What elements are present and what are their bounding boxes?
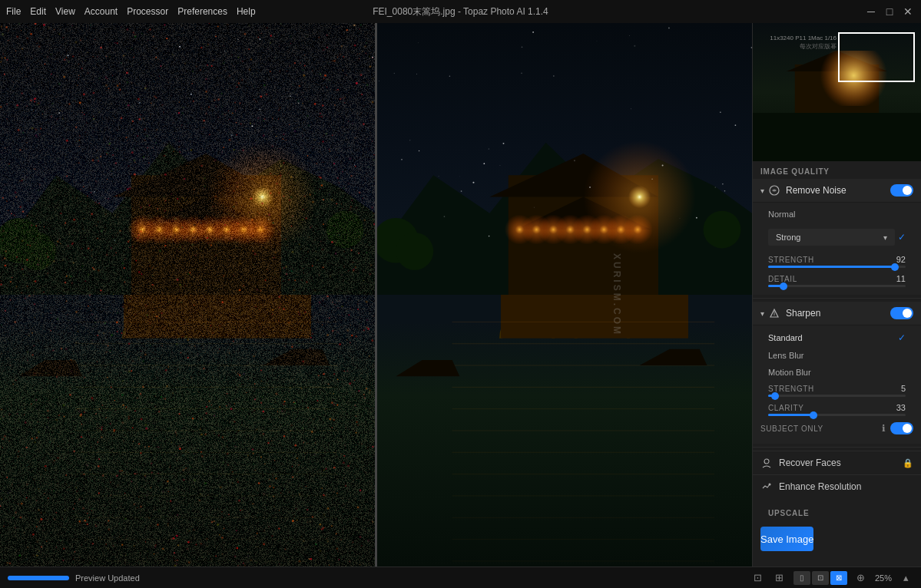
- enhance-resolution-row[interactable]: Enhance Resolution: [753, 474, 921, 498]
- recover-faces-label: Recover Faces: [779, 458, 903, 468]
- menu-processor[interactable]: Processor: [127, 6, 168, 17]
- subject-only-row: SUBJECT ONLY ℹ: [760, 419, 913, 439]
- view-toggle: ▯ ⊡ ⊠: [793, 571, 847, 585]
- detail-slider[interactable]: [768, 285, 906, 287]
- strength-thumb[interactable]: [891, 263, 899, 271]
- progress-bar: [8, 576, 69, 580]
- sharpen-toggle[interactable]: [890, 307, 913, 319]
- clarity-slider[interactable]: [768, 414, 906, 416]
- divider-1: [753, 298, 921, 299]
- model-normal[interactable]: Normal: [760, 206, 913, 223]
- sharpen-sub: Standard ✓ Lens Blur Motion Blur STRENGT…: [753, 325, 921, 444]
- remove-noise-toggle[interactable]: [890, 184, 913, 197]
- window-controls: ─ □ ✕: [864, 5, 915, 18]
- remove-noise-label: Remove Noise: [786, 185, 890, 196]
- single-view-btn[interactable]: ▯: [793, 571, 810, 585]
- expand-icon[interactable]: ▴: [898, 570, 913, 586]
- menu-preferences[interactable]: Preferences: [177, 6, 227, 17]
- menu-bar: File Edit View Account Processor Prefere…: [6, 6, 256, 17]
- clarity-slider-row: CLARITY 33: [760, 400, 913, 419]
- after-image: [377, 23, 752, 567]
- fit-icon[interactable]: ⊡: [750, 570, 766, 586]
- status-text: Preview Updated: [75, 573, 140, 583]
- statusbar: Preview Updated ⊡ ⊞ ▯ ⊡ ⊠ ⊕ 25% ▴: [0, 567, 921, 588]
- titlebar: File Edit View Account Processor Prefere…: [0, 0, 921, 23]
- before-panel: [0, 23, 375, 567]
- svg-point-3: [764, 459, 769, 464]
- menu-edit[interactable]: Edit: [30, 6, 46, 17]
- right-panel: 11x3240 P11 1Mac 1/16 每次对应版幂 IMAGE QUALI…: [752, 23, 921, 567]
- sharpen-lens-blur[interactable]: Lens Blur: [760, 347, 913, 364]
- split-view-btn[interactable]: ⊠: [830, 571, 847, 585]
- upscale-section: UPSCALE: [753, 498, 921, 520]
- strength-slider-row: STRENGTH 92: [760, 252, 913, 271]
- strength-fill: [768, 266, 895, 268]
- subject-only-label: SUBJECT ONLY: [760, 424, 882, 433]
- detail-slider-row: DETAIL 11: [760, 271, 913, 290]
- clarity-fill: [768, 414, 813, 416]
- compare-view-btn[interactable]: ⊡: [812, 571, 829, 585]
- clarity-thumb[interactable]: [810, 411, 817, 419]
- close-button[interactable]: ✕: [901, 5, 915, 18]
- main-container: XURISM.COM 11x3240 P11 1Mac 1/16 每次对应版幂 …: [0, 23, 921, 567]
- lock-icon: 🔒: [903, 458, 913, 468]
- sharpen-motion-blur[interactable]: Motion Blur: [760, 364, 913, 381]
- divider-2: [753, 447, 921, 448]
- enhance-resolution-icon: [760, 481, 773, 493]
- maximize-button[interactable]: □: [883, 5, 896, 18]
- remove-noise-row: ▾ Remove Noise: [753, 179, 921, 203]
- panel-content: IMAGE QUALITY ▾ Remove Noise Normal: [753, 161, 921, 567]
- sharpen-label: Sharpen: [786, 308, 890, 319]
- sharpen-strength-thumb[interactable]: [771, 392, 779, 400]
- sharpen-strength-row: STRENGTH 5: [760, 381, 913, 400]
- zoom-icon: ⊕: [853, 570, 869, 586]
- detail-thumb[interactable]: [780, 282, 787, 290]
- enhance-resolution-label: Enhance Resolution: [779, 481, 913, 492]
- image-area: XURISM.COM: [0, 23, 752, 567]
- actual-size-icon[interactable]: ⊞: [772, 570, 787, 586]
- zoom-level: 25%: [875, 573, 892, 583]
- image-quality-header: IMAGE QUALITY: [753, 161, 921, 179]
- remove-noise-sub: Normal Strong ▾ ✓ STRENGTH 92: [753, 203, 921, 295]
- save-button[interactable]: Save Image: [760, 527, 813, 551]
- before-image: [0, 23, 375, 567]
- subject-only-info-icon: ℹ: [882, 423, 886, 434]
- sharpen-chevron[interactable]: ▾: [760, 309, 764, 318]
- svg-point-4: [769, 484, 771, 486]
- sharpen-strength-slider[interactable]: [768, 395, 906, 397]
- recover-faces-icon: [760, 457, 773, 469]
- minimize-button[interactable]: ─: [864, 5, 878, 18]
- statusbar-right: ⊡ ⊞ ▯ ⊡ ⊠ ⊕ 25% ▴: [750, 570, 913, 586]
- upscale-header: UPSCALE: [760, 503, 913, 520]
- menu-account[interactable]: Account: [84, 6, 118, 17]
- sharpen-standard[interactable]: Standard ✓: [760, 329, 913, 347]
- sharpen-icon: [767, 306, 781, 320]
- menu-help[interactable]: Help: [237, 6, 256, 17]
- thumbnail-area: 11x3240 P11 1Mac 1/16 每次对应版幂: [753, 23, 921, 161]
- strength-slider[interactable]: [768, 266, 906, 268]
- model-dropdown-strong: Strong ▾: [768, 229, 895, 246]
- menu-file[interactable]: File: [6, 6, 21, 17]
- remove-noise-chevron[interactable]: ▾: [760, 187, 764, 195]
- sharpen-row: ▾ Sharpen: [753, 302, 921, 325]
- remove-noise-icon: [767, 183, 781, 197]
- menu-view[interactable]: View: [55, 6, 75, 17]
- thumbnail-info: 11x3240 P11 1Mac 1/16 每次对应版幂: [770, 34, 837, 51]
- window-title: FEI_0080末篙坞.jpg - Topaz Photo AI 1.1.4: [373, 5, 548, 18]
- recover-faces-row[interactable]: Recover Faces 🔒: [753, 451, 921, 474]
- subject-only-toggle[interactable]: [890, 422, 913, 434]
- model-strong[interactable]: Strong ▾ ✓: [760, 223, 913, 252]
- after-panel: [377, 23, 752, 567]
